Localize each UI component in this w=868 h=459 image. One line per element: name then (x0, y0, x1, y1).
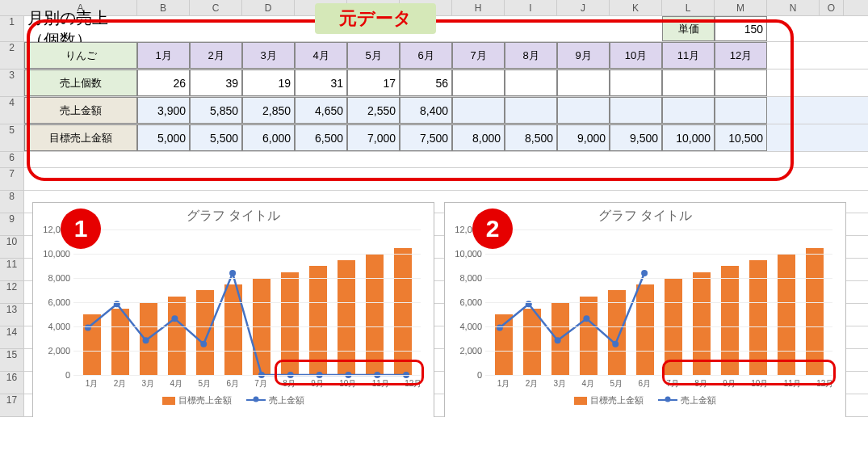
source-data-badge: 元データ (315, 3, 436, 34)
svg-point-17 (641, 270, 648, 276)
col-header-J[interactable]: J (557, 0, 610, 15)
chart-legend: 目標売上金額 売上金額 (33, 390, 434, 411)
svg-point-14 (555, 337, 561, 343)
svg-point-5 (229, 270, 236, 276)
col-header-O[interactable]: O (820, 0, 844, 15)
col-header-K[interactable]: K (610, 0, 662, 15)
row-header-1[interactable]: 1 (0, 16, 23, 42)
svg-point-0 (85, 325, 91, 331)
table-row: 月別の売上（個数） 単価 150 (24, 16, 868, 42)
row-header-15[interactable]: 15 (0, 349, 23, 372)
x-axis: 1月2月3月4月5月6月7月8月9月10月11月12月 (445, 375, 845, 390)
month-header[interactable]: 6月 (400, 42, 452, 69)
y-axis: 02,0004,0006,0008,00010,00012,000 (36, 230, 73, 375)
spreadsheet: A B C D E F G H I J K L M N O 1 2 3 4 5 … (0, 0, 868, 417)
select-all-corner[interactable] (0, 0, 24, 15)
title-cell[interactable]: 月別の売上（個数） (24, 16, 137, 41)
month-header[interactable]: 1月 (137, 42, 190, 69)
row-label[interactable]: 目標売上金額 (24, 124, 137, 151)
month-header[interactable]: 5月 (347, 42, 400, 69)
row-header-14[interactable]: 14 (0, 326, 23, 349)
month-header[interactable]: 10月 (610, 42, 662, 69)
row-header-16[interactable]: 16 (0, 372, 23, 394)
legend-swatch-bar-icon (574, 397, 587, 405)
product-label[interactable]: りんご (24, 42, 137, 69)
col-header-D[interactable]: D (242, 0, 295, 15)
row-header-10[interactable]: 10 (0, 236, 23, 259)
row-header-7[interactable]: 7 (0, 168, 23, 191)
col-header-H[interactable]: H (452, 0, 505, 15)
row-header-3[interactable]: 3 (0, 69, 23, 97)
svg-point-12 (497, 325, 503, 331)
row-header-11[interactable]: 11 (0, 259, 23, 281)
row-headers: 1 2 3 4 5 6 7 8 9 10 11 12 13 14 15 16 1… (0, 16, 24, 417)
row-header-17[interactable]: 17 (0, 394, 23, 417)
x-axis: 1月2月3月4月5月6月7月8月9月10月11月12月 (33, 375, 434, 390)
row-header-9[interactable]: 9 (0, 213, 23, 236)
table-row: 目標売上金額 5,000 5,500 6,000 6,500 7,000 7,5… (24, 124, 868, 152)
col-header-I[interactable]: I (505, 0, 557, 15)
circled-number-2: 2 (472, 208, 513, 249)
table-row: 売上金額 3,900 5,850 2,850 4,650 2,550 8,400 (24, 97, 868, 124)
col-header-L[interactable]: L (662, 0, 715, 15)
row-header-2[interactable]: 2 (0, 42, 23, 69)
month-header[interactable]: 3月 (242, 42, 295, 69)
svg-point-4 (200, 341, 207, 347)
legend-swatch-bar-icon (162, 397, 175, 405)
month-header[interactable]: 7月 (452, 42, 505, 69)
month-header[interactable]: 2月 (190, 42, 242, 69)
col-header-N[interactable]: N (767, 0, 820, 15)
col-header-B[interactable]: B (137, 0, 190, 15)
circled-number-1: 1 (61, 208, 101, 249)
table-row: 売上個数 26 39 19 31 17 56 (24, 69, 868, 97)
legend-swatch-line-icon (658, 395, 677, 403)
row-header-6[interactable]: 6 (0, 152, 23, 168)
chart-legend: 目標売上金額 売上金額 (445, 390, 845, 411)
month-header[interactable]: 12月 (715, 42, 767, 69)
y-axis: 02,0004,0006,0008,00010,00012,000 (448, 230, 485, 375)
unit-price-label[interactable]: 単価 (662, 16, 715, 41)
unit-price-value[interactable]: 150 (715, 16, 767, 41)
svg-point-16 (612, 341, 619, 347)
row-header-5[interactable]: 5 (0, 124, 23, 152)
month-header[interactable]: 8月 (505, 42, 557, 69)
row-label[interactable]: 売上個数 (24, 69, 137, 96)
table-row: りんご 1月 2月 3月 4月 5月 6月 7月 8月 9月 10月 11月 1… (24, 42, 868, 69)
col-header-M[interactable]: M (715, 0, 767, 15)
svg-point-2 (143, 337, 149, 343)
month-header[interactable]: 4月 (295, 42, 347, 69)
svg-point-3 (171, 315, 178, 322)
svg-point-15 (583, 315, 589, 322)
row-header-4[interactable]: 4 (0, 97, 23, 124)
month-header[interactable]: 9月 (557, 42, 610, 69)
row-header-12[interactable]: 12 (0, 281, 23, 304)
row-header-13[interactable]: 13 (0, 304, 23, 326)
legend-swatch-line-icon (246, 395, 266, 403)
row-header-8[interactable]: 8 (0, 191, 23, 213)
col-header-C[interactable]: C (190, 0, 242, 15)
row-label[interactable]: 売上金額 (24, 97, 137, 124)
month-header[interactable]: 11月 (662, 42, 715, 69)
